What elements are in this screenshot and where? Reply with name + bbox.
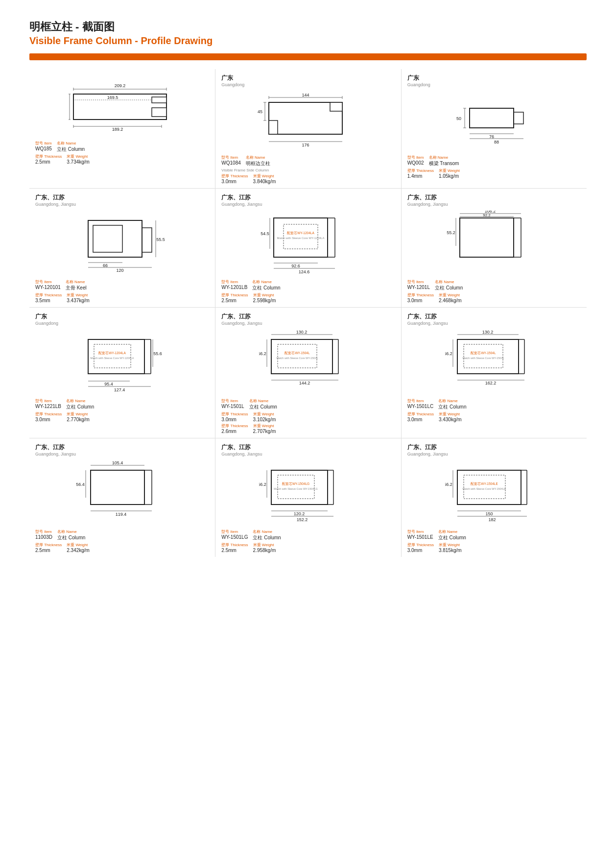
svg-rect-43 xyxy=(142,228,152,252)
product-cell-wy1501le: 广东、江苏Guangdong, Jiangsu 配套芯WY-1504LE Mat… xyxy=(401,438,587,557)
product-cell-wy1501lc: 广东、江苏Guangdong, Jiangsu 配套芯WY-1504L Matc… xyxy=(401,308,587,438)
svg-rect-19 xyxy=(269,120,278,134)
product-cell-wy1501lg: 广东、江苏Guangdong, Jiangsu 配套芯WY-1504LG Mat… xyxy=(215,438,401,557)
svg-text:189.2: 189.2 xyxy=(112,127,123,132)
svg-text:150: 150 xyxy=(485,511,493,516)
svg-text:Match with Sleeve Core WY-1504: Match with Sleeve Core WY-1504LE xyxy=(462,487,506,490)
page-title-cn: 明框立柱 - 截面图 xyxy=(29,20,587,34)
svg-rect-87 xyxy=(278,344,317,368)
svg-rect-112 xyxy=(91,470,144,505)
product-cell-wq002: 广东Guangdong 50 76 88 xyxy=(401,69,587,188)
svg-rect-31 xyxy=(470,108,514,128)
svg-rect-32 xyxy=(514,112,523,124)
svg-text:130.2: 130.2 xyxy=(482,330,494,335)
svg-text:56.2: 56.2 xyxy=(259,351,266,356)
svg-text:105.4: 105.4 xyxy=(112,460,123,465)
svg-text:88: 88 xyxy=(494,140,499,144)
svg-text:55.5: 55.5 xyxy=(156,237,165,242)
svg-text:169.5: 169.5 xyxy=(107,95,118,100)
svg-text:176: 176 xyxy=(302,143,309,147)
svg-text:50: 50 xyxy=(456,116,461,121)
svg-text:76: 76 xyxy=(489,134,494,139)
svg-text:182: 182 xyxy=(488,517,496,522)
svg-text:配套芯WY-1504LG: 配套芯WY-1504LG xyxy=(282,482,309,485)
svg-rect-74 xyxy=(94,344,131,368)
svg-text:配套芯WY-1504LE: 配套芯WY-1504LE xyxy=(471,482,498,485)
orange-bar xyxy=(29,53,587,60)
svg-text:119.4: 119.4 xyxy=(115,512,126,517)
svg-text:43.1: 43.1 xyxy=(69,103,70,112)
svg-rect-100 xyxy=(464,344,503,368)
svg-rect-123 xyxy=(278,475,314,499)
svg-text:56.2: 56.2 xyxy=(445,351,452,356)
product-cell-wy1201lb: 广东、江苏Guangdong, Jiangsu 配套芯WY-1204LA Mat… xyxy=(215,189,401,307)
svg-text:124.6: 124.6 xyxy=(299,269,310,274)
svg-text:127.4: 127.4 xyxy=(114,387,125,392)
product-cell-wy1501l: 广东、江苏Guangdong, Jiangsu 配套芯WY-1504L Matc… xyxy=(215,308,401,438)
svg-text:56.2: 56.2 xyxy=(445,482,452,487)
svg-rect-20 xyxy=(330,102,342,111)
svg-text:144: 144 xyxy=(302,94,309,97)
svg-rect-2 xyxy=(152,108,166,117)
svg-text:130.2: 130.2 xyxy=(296,330,308,335)
svg-text:配套芯WY-1504L: 配套芯WY-1504L xyxy=(471,351,496,355)
svg-text:120.2: 120.2 xyxy=(294,511,305,516)
product-cell-wq185: 209.2 169.5 189.2 43.1 型号 Item WQ xyxy=(29,69,215,188)
svg-rect-1 xyxy=(152,97,166,103)
svg-text:配套芯WY-1504L: 配套芯WY-1504L xyxy=(285,351,310,355)
svg-text:209.2: 209.2 xyxy=(114,83,125,88)
svg-text:66: 66 xyxy=(103,263,108,268)
svg-text:Match with Sleeve Core WY-1204: Match with Sleeve Core WY-1204LA xyxy=(277,237,325,240)
svg-text:92.2: 92.2 xyxy=(483,213,491,217)
svg-rect-42 xyxy=(93,225,122,252)
product-cell-11003d: 广东、江苏Guangdong, Jiangsu 56.4 105.4 119.4 xyxy=(29,438,215,557)
svg-rect-63 xyxy=(460,218,514,257)
svg-rect-136 xyxy=(464,475,505,499)
svg-text:Match with Sleeve Core WY-1504: Match with Sleeve Core WY-1504L xyxy=(277,357,318,360)
svg-text:162.2: 162.2 xyxy=(485,381,497,385)
svg-text:54.5: 54.5 xyxy=(261,231,270,236)
product-cell-wy1221lb: 广东Guangdong 配套芯WY-1204LA Match with Slee… xyxy=(29,308,215,438)
svg-text:95.4: 95.4 xyxy=(104,382,113,386)
product-cell-wq1084: 广东Guangdong 144 45 1 xyxy=(215,69,401,188)
svg-text:152.2: 152.2 xyxy=(297,517,308,522)
svg-text:144.2: 144.2 xyxy=(299,381,310,385)
svg-text:配套芯WY-1204LA: 配套芯WY-1204LA xyxy=(287,231,315,235)
svg-text:55.2: 55.2 xyxy=(447,230,455,235)
svg-text:45: 45 xyxy=(258,109,262,114)
svg-text:Match with Sleeve Core WY-1504: Match with Sleeve Core WY-1504L xyxy=(462,357,504,360)
svg-text:配套芯WY-1204LA: 配套芯WY-1204LA xyxy=(98,351,126,355)
svg-text:56.2: 56.2 xyxy=(259,482,266,487)
svg-text:120: 120 xyxy=(116,268,123,273)
product-cell-wy1201l: 广东、江苏Guangdong, Jiangsu 106.2 92.2 55.2 xyxy=(401,189,587,307)
svg-text:92.6: 92.6 xyxy=(292,264,301,268)
svg-text:Match with Sleeve Core WY-1204: Match with Sleeve Core WY-1204LA xyxy=(90,357,134,360)
product-cell-wy120101: 广东、江苏Guangdong, Jiangsu 66 120 55.5 xyxy=(29,189,215,307)
svg-text:55.6: 55.6 xyxy=(153,351,162,356)
svg-text:56.4: 56.4 xyxy=(76,482,85,487)
page-title-en: Visible Frame Column - Profile Drawing xyxy=(29,35,587,47)
svg-text:Match with Sleeve Core WY-1504: Match with Sleeve Core WY-1504LG xyxy=(274,487,318,490)
